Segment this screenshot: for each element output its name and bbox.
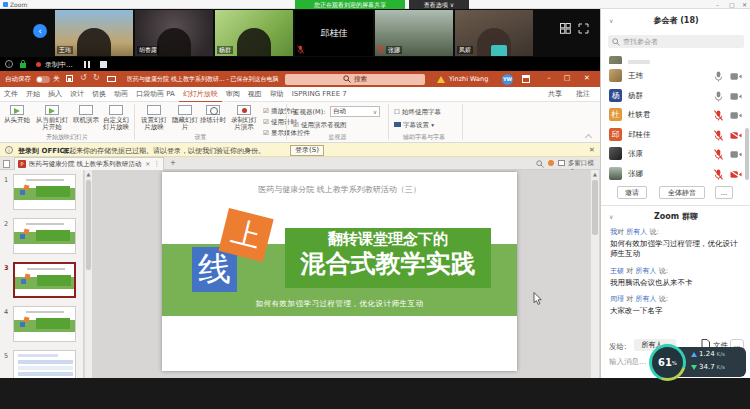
avatar: 杜 <box>609 108 622 121</box>
close-button[interactable]: ✕ <box>742 1 747 8</box>
from-current-slide-button[interactable]: 从当前幻灯片开始 <box>33 105 71 132</box>
play-narrations-checkbox[interactable]: ☑ 播放旁白 <box>263 107 297 116</box>
tab-insert[interactable]: 插入 <box>44 87 66 101</box>
autosave-toggle[interactable] <box>36 76 50 83</box>
video-tile[interactable]: 胡春露 <box>135 10 213 56</box>
gallery-view-icon[interactable] <box>560 23 571 34</box>
slide-header-text: 医药与健康分院 线上教学系列教研活动（三） <box>162 184 517 195</box>
present-online-button[interactable]: 联机演示 <box>72 105 100 124</box>
collapse-strip-button[interactable]: ‹ <box>33 24 47 38</box>
comments-button[interactable]: 批注 <box>576 89 590 99</box>
tab-home[interactable]: 开始 <box>22 87 44 101</box>
pause-recording-icon[interactable] <box>88 61 90 68</box>
participant-search[interactable] <box>608 35 744 48</box>
video-tile[interactable]: 邱桂佳 <box>295 10 373 56</box>
always-use-subtitles-checkbox[interactable]: ☐ 始终使用字幕 <box>394 108 441 117</box>
tab-pocket-animation[interactable]: 口袋动画 PA <box>132 87 179 101</box>
share-button[interactable]: 共享 <box>548 89 562 99</box>
setup-slideshow-button[interactable]: 设置幻灯片放映 <box>138 105 170 132</box>
video-tile[interactable]: 张娜 <box>375 10 453 56</box>
monitor-dropdown[interactable]: 自动∨ <box>330 106 380 117</box>
use-timings-checkbox[interactable]: ☑ 使用计时 <box>263 118 297 127</box>
redo-icon[interactable]: ↻ <box>93 73 100 82</box>
view-options-button[interactable]: 查看选项 ∨ <box>409 0 469 9</box>
participant-row[interactable]: 王玮 <box>601 66 749 85</box>
tab-animations[interactable]: 动画 <box>110 87 132 101</box>
save-icon[interactable] <box>66 75 73 82</box>
pause-recording-icon[interactable] <box>84 61 86 68</box>
video-tile[interactable]: 凤娇 <box>455 10 533 56</box>
info-icon[interactable]: i <box>5 60 13 68</box>
tab-menu-icon[interactable]: ⋮ <box>154 160 161 168</box>
scroll-up-icon[interactable]: ▲ <box>85 170 92 178</box>
participant-row[interactable]: 张娜 <box>601 164 749 183</box>
scrollbar-thumb[interactable] <box>592 180 598 235</box>
net-monitor-badge[interactable]: 1.24K/s 34.7K/s 61% <box>649 344 747 381</box>
warning-icon[interactable] <box>437 76 445 83</box>
tab-ispring[interactable]: ISPRING FREE 7 <box>288 87 351 101</box>
slide-thumbnail[interactable] <box>13 218 76 254</box>
slide-thumbnail[interactable] <box>13 306 76 342</box>
hide-slide-button[interactable]: 隐藏幻灯片 <box>172 105 198 132</box>
collapse-ribbon-icon[interactable] <box>585 134 592 141</box>
participant-row[interactable]: 杜 杜轶君 <box>601 105 749 124</box>
subtitle-settings-button[interactable]: 字幕设置 ▾ <box>394 121 434 130</box>
participant-row-partial[interactable] <box>601 52 749 64</box>
tab-review[interactable]: 审阅 <box>222 87 244 101</box>
sign-in-button[interactable]: 登录(S) <box>290 145 324 156</box>
presenter-view-checkbox[interactable]: ☑ 使用演示者视图 <box>293 121 346 130</box>
tab-design[interactable]: 设计 <box>66 87 88 101</box>
mute-all-button[interactable]: 全体静音 <box>659 186 705 199</box>
video-tile[interactable]: 王玮 <box>55 10 133 56</box>
ppt-minimize-button[interactable]: – <box>542 74 556 82</box>
account-name[interactable]: Yinzhi Wang <box>449 75 488 83</box>
maximize-button[interactable]: □ <box>729 1 735 8</box>
msgbar-close-icon[interactable]: ✕ <box>589 146 595 154</box>
tab-transitions[interactable]: 切换 <box>88 87 110 101</box>
participant-row[interactable]: 杨 杨群 <box>601 86 749 105</box>
start-slideshow-icon[interactable] <box>107 76 116 82</box>
ribbon: 从头开始 从当前幻灯片开始 联机演示 自定义幻灯片放映 开始放映幻灯片 设置幻灯… <box>0 102 600 143</box>
thumbnail-scrollbar[interactable]: ▲ <box>84 170 92 378</box>
participants-scrollbar[interactable] <box>745 128 749 180</box>
invite-button[interactable]: 邀请 <box>617 186 647 199</box>
document-tab[interactable]: P 医药与健康分院 线上教学系列教研活动 × ⋮ <box>14 157 164 170</box>
slide-thumbnail-selected[interactable] <box>13 262 76 298</box>
slide-scrollbar[interactable]: ▲ <box>590 170 599 378</box>
record-slideshow-button[interactable]: 录制幻灯片演示 <box>228 105 260 132</box>
rehearse-timings-button[interactable]: 排练计时 <box>200 105 226 124</box>
participant-search-input[interactable] <box>623 38 733 46</box>
tab-close-icon[interactable]: × <box>145 160 150 168</box>
doc-list-icon[interactable] <box>3 160 10 168</box>
custom-show-icon <box>109 105 123 115</box>
participant-row[interactable]: 张康 <box>601 144 749 163</box>
participant-silhouette <box>157 28 191 56</box>
avatar[interactable]: YW <box>502 74 513 85</box>
ribbon-display-options-icon[interactable] <box>522 75 530 83</box>
new-tab-icon[interactable]: + <box>170 159 176 167</box>
minimize-button[interactable]: – <box>716 1 719 8</box>
undo-icon[interactable]: ↺ <box>80 73 87 82</box>
from-beginning-button[interactable]: 从头开始 <box>3 105 31 124</box>
ppt-restore-button[interactable]: □ <box>560 74 574 82</box>
slide-thumbnail[interactable] <box>13 174 76 210</box>
video-tile[interactable]: 杨群 <box>215 10 293 56</box>
slide-thumbnail[interactable] <box>13 350 76 378</box>
screen-share-banner[interactable]: 您正在观看刘迎的屏幕共享 <box>295 0 405 9</box>
fullscreen-icon[interactable] <box>578 23 589 34</box>
addin-dot-icon[interactable] <box>548 160 554 166</box>
stop-recording-icon[interactable] <box>100 61 107 68</box>
ppt-close-button[interactable]: ✕ <box>580 74 594 82</box>
slide-canvas[interactable]: 医药与健康分院 线上教学系列教研活动（三） 线 上 翻转课堂理念下的 混合式教学… <box>162 172 517 371</box>
tab-slideshow[interactable]: 幻灯片放映 <box>179 87 222 103</box>
search-box[interactable]: 搜索 <box>285 74 425 85</box>
participants-more-button[interactable]: ... <box>715 186 733 199</box>
scrollbar-thumb[interactable] <box>86 180 91 270</box>
search-tabs-icon[interactable] <box>536 160 544 168</box>
tab-help[interactable]: 帮助 <box>266 87 288 101</box>
tab-file[interactable]: 文件 <box>0 87 22 101</box>
scroll-up-icon[interactable]: ▲ <box>591 170 599 178</box>
participant-row[interactable]: 邱 邱桂佳 <box>601 125 749 144</box>
custom-slideshow-button[interactable]: 自定义幻灯片放映 <box>100 105 132 132</box>
tab-view[interactable]: 视图 <box>244 87 266 101</box>
